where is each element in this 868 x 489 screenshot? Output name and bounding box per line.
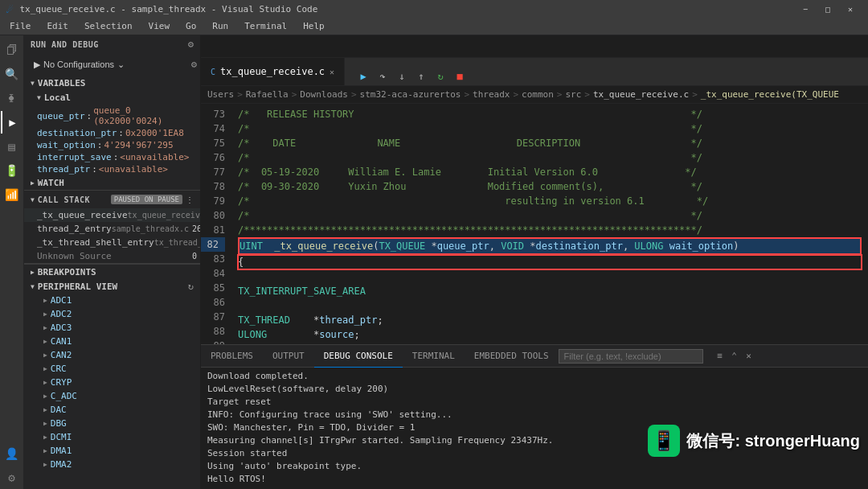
code-line-85: TX_INTERRUPT_SAVE_AREA xyxy=(238,284,862,298)
c-file-icon: C xyxy=(211,68,215,76)
menu-item-file[interactable]: File xyxy=(3,19,38,33)
panel-menu-icon[interactable]: ≡ xyxy=(713,349,727,364)
tab-embedded-tools[interactable]: EMBEDDED TOOLS xyxy=(465,345,559,368)
console-line: SWO: Manchester, Pin = TDO, Divider = 1 xyxy=(207,421,862,434)
debug-toolbar: ▶ No Configurations ⌄ ⚙ xyxy=(24,53,200,76)
remote-icon[interactable]: 📶 xyxy=(1,183,23,206)
var-wait-option[interactable]: wait_option : 4'294'967'295 xyxy=(24,139,200,151)
local-section-header[interactable]: ▼ Local xyxy=(24,90,200,105)
peripheral-item-crc[interactable]: ▶ CRC xyxy=(24,362,200,376)
no-config-button[interactable]: ▶ No Configurations ⌄ xyxy=(27,58,131,72)
peripheral-item-adc1[interactable]: ▶ ADC1 xyxy=(24,294,200,307)
play-icon: ▶ xyxy=(34,60,40,70)
window-controls: − □ ✕ xyxy=(794,0,862,18)
chevron-right-icon: ▶ xyxy=(43,379,47,386)
code-line-77: /* 05-19-2020 William E. Lamie Initial V… xyxy=(238,165,862,179)
breakpoints-header[interactable]: ▶ BREAKPOINTS xyxy=(24,265,200,279)
var-dest-ptr[interactable]: destination_ptr : 0x2000'1EA8 xyxy=(24,127,200,139)
debug-icon[interactable]: ▶ xyxy=(1,111,23,134)
menu-item-help[interactable]: Help xyxy=(297,19,331,33)
console-line: LowLevelReset(software, delay 200) xyxy=(207,383,862,396)
minimize-button[interactable]: − xyxy=(794,0,817,18)
step-over-button[interactable]: ↷ xyxy=(374,68,391,85)
peripheral-item-dac[interactable]: ▶ DAC xyxy=(24,403,200,417)
code-line-84 xyxy=(238,269,862,284)
variables-section-header[interactable]: ▼ VARIABLES xyxy=(24,76,200,90)
continue-button[interactable]: ▶ xyxy=(354,68,372,85)
explorer-icon[interactable]: 🗍 xyxy=(1,39,23,61)
titlebar: ☄ tx_queue_receive.c - sample_threadx - … xyxy=(0,0,868,18)
console-line: Download completed. xyxy=(207,370,862,383)
chevron-right-icon: ▶ xyxy=(43,434,47,441)
code-content[interactable]: /* RELEASE HISTORY */ /* */ /* DATE xyxy=(231,104,868,344)
callstack-header[interactable]: ▼ CALL STACK PAUSED ON PAUSE ⋮ xyxy=(24,191,200,208)
refresh-icon[interactable]: ↻ xyxy=(188,281,194,292)
code-line-83: { xyxy=(238,255,862,269)
run-debug-header[interactable]: RUN AND DEBUG ⚙ xyxy=(24,35,200,53)
tab-debug-console[interactable]: DEBUG CONSOLE xyxy=(314,345,403,368)
restart-button[interactable]: ↻ xyxy=(432,68,449,85)
title-left: ☄ tx_queue_receive.c - sample_threadx - … xyxy=(6,2,317,15)
menu-item-run[interactable]: Run xyxy=(206,19,235,33)
chevron-right-icon: ▶ xyxy=(43,365,47,372)
code-line-74: /* */ xyxy=(238,121,862,136)
peripheral-item-adc2[interactable]: ▶ ADC2 xyxy=(24,307,200,321)
var-thread-ptr[interactable]: thread_ptr : <unavailable> xyxy=(24,163,200,175)
tab-terminal[interactable]: TERMINAL xyxy=(403,345,465,368)
maximize-button[interactable]: □ xyxy=(817,0,839,18)
watch-section-header[interactable]: ▶ WATCH xyxy=(24,175,200,190)
chevron-right-icon: ▶ xyxy=(43,447,47,454)
settings-icon[interactable]: ⚙ xyxy=(188,39,194,50)
peripheral-item-dbg[interactable]: ▶ DBG xyxy=(24,417,200,430)
panel-filter-input[interactable] xyxy=(559,349,703,364)
source-control-icon[interactable]: ⧳ xyxy=(1,87,23,109)
close-button[interactable]: ✕ xyxy=(839,0,862,18)
app-icon: ☄ xyxy=(6,2,13,15)
settings-icon[interactable]: ⚙ xyxy=(1,466,23,489)
stack-frame-1[interactable]: thread_2_entry sample_threadx.c 265:18 xyxy=(24,222,200,236)
panel-expand-icon[interactable]: ⌃ xyxy=(727,349,742,364)
tab-output[interactable]: OUTPUT xyxy=(263,345,314,368)
gear-config-icon[interactable]: ⚙ xyxy=(191,59,197,70)
menu-item-view[interactable]: View xyxy=(142,19,177,33)
cortex-debug-icon[interactable]: 🔋 xyxy=(1,159,23,182)
console-line: Target reset xyxy=(207,396,862,409)
extensions-icon[interactable]: ▤ xyxy=(1,135,23,158)
code-line-73: /* RELEASE HISTORY */ xyxy=(238,107,862,121)
peripheral-item-cryp[interactable]: ▶ CRYP xyxy=(24,376,200,389)
chevron-right-icon: ▶ xyxy=(31,179,35,187)
peripheral-item-can1[interactable]: ▶ CAN1 xyxy=(24,335,200,348)
peripheral-item-dma1[interactable]: ▶ DMA1 xyxy=(24,444,200,458)
step-out-button[interactable]: ⇑ xyxy=(412,68,430,85)
peripheral-item-c_adc[interactable]: ▶ C_ADC xyxy=(24,389,200,403)
menu-item-go[interactable]: Go xyxy=(179,19,203,33)
peripheral-item-dcmi[interactable]: ▶ DCMI xyxy=(24,430,200,444)
peripheral-view-header[interactable]: ▼ PERIPHERAL VIEW xyxy=(24,279,188,294)
tab-tx-queue-receive[interactable]: C tx_queue_receive.c ✕ xyxy=(201,58,345,85)
step-into-button[interactable]: ⇓ xyxy=(393,68,411,85)
chevron-right-icon: ▶ xyxy=(43,392,47,400)
tab-close-button[interactable]: ✕ xyxy=(330,68,334,76)
search-icon[interactable]: 🔍 xyxy=(1,63,23,85)
stack-frame-0[interactable]: _tx_queue_receive tx_queue_receive.c 82:… xyxy=(24,208,200,222)
var-queue-ptr[interactable]: queue_ptr : queue_0 (0x2000'0024) xyxy=(24,105,200,127)
var-interrupt-save[interactable]: interrupt_save : <unavailable> xyxy=(24,151,200,163)
code-line-82: UINT _tx_queue_receive(TX_QUEUE *queue_p… xyxy=(238,237,862,255)
run-debug-title: RUN AND DEBUG xyxy=(31,40,99,49)
stop-button[interactable]: ■ xyxy=(451,68,469,85)
peripheral-item-adc3[interactable]: ▶ ADC3 xyxy=(24,321,200,335)
menu-item-selection[interactable]: Selection xyxy=(78,19,139,33)
code-line-88: ULONG *source; xyxy=(238,327,862,342)
code-editor[interactable]: 73 74 75 76 77 78 79 80 81 82 83 84 85 8… xyxy=(201,104,868,344)
menu-item-edit[interactable]: Edit xyxy=(41,19,76,33)
chevron-icon: ⌄ xyxy=(117,60,125,70)
callstack-menu-icon[interactable]: ⋮ xyxy=(186,195,194,204)
accounts-icon[interactable]: 👤 xyxy=(1,442,23,465)
stack-frame-3[interactable]: Unknown Source 0 xyxy=(24,249,200,263)
menu-item-terminal[interactable]: Terminal xyxy=(238,19,293,33)
peripheral-item-can2[interactable]: ▶ CAN2 xyxy=(24,348,200,362)
peripheral-item-dma2[interactable]: ▶ DMA2 xyxy=(24,458,200,471)
tab-problems[interactable]: PROBLEMS xyxy=(201,345,263,368)
panel-close-icon[interactable]: ✕ xyxy=(742,349,756,364)
stack-frame-2[interactable]: _tx_thread_shell_entry tx_thread_shell_e… xyxy=(24,236,200,249)
